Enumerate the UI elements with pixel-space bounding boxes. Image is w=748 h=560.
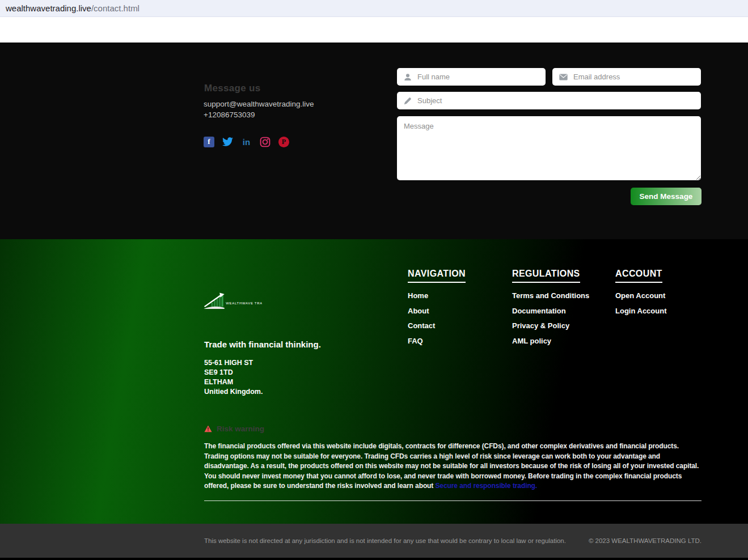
pencil-icon bbox=[404, 97, 412, 105]
risk-warning-label: Risk warning bbox=[217, 425, 264, 433]
logo-text: WEALTHWAVE TRADING bbox=[226, 302, 262, 305]
address-line: Unitied Kingdom. bbox=[204, 387, 263, 397]
support-email: support@wealthwavetrading.live bbox=[204, 100, 314, 108]
address-line: 55-61 HIGH ST bbox=[204, 358, 263, 368]
user-icon bbox=[404, 73, 412, 81]
address-bar[interactable]: wealthwavetrading.live/contact.html bbox=[0, 0, 748, 17]
message-us-heading: Message us bbox=[204, 83, 260, 94]
twitter-icon[interactable] bbox=[222, 137, 233, 147]
instagram-camera bbox=[260, 137, 271, 147]
account-heading: ACCOUNT bbox=[615, 269, 662, 283]
risk-warning-label-row: Risk warning bbox=[204, 425, 264, 433]
footer-link-open-account[interactable]: Open Account bbox=[615, 291, 667, 300]
footer-address: 55-61 HIGH ST SE9 1TD ELTHAM Unitied Kin… bbox=[204, 358, 263, 397]
page: wealthwavetrading.live/contact.html Mess… bbox=[0, 0, 748, 560]
footer-tagline: Trade with financial thinking. bbox=[204, 340, 321, 349]
envelope-icon bbox=[559, 74, 568, 80]
twitter-bird bbox=[222, 137, 233, 146]
footer-link-privacy[interactable]: Privacy & Policy bbox=[512, 321, 589, 330]
footer-link-about[interactable]: About bbox=[408, 307, 466, 315]
social-links: f in P bbox=[204, 135, 289, 148]
footer-link-home[interactable]: Home bbox=[408, 291, 466, 300]
email-field-wrap bbox=[552, 68, 701, 86]
url-domain: wealthwavetrading.live bbox=[6, 3, 91, 13]
message-textarea[interactable] bbox=[397, 116, 701, 180]
contact-section: Message us support@wealthwavetrading.liv… bbox=[0, 43, 748, 239]
full-name-field-wrap bbox=[397, 68, 546, 86]
footer-link-contact[interactable]: Contact bbox=[408, 321, 466, 330]
send-message-button[interactable]: Send Message bbox=[631, 188, 701, 205]
footer-column-regulations: REGULATIONS Terms and Conditions Documen… bbox=[512, 269, 589, 351]
footer-link-documentation[interactable]: Documentation bbox=[512, 307, 589, 315]
subject-field-wrap bbox=[397, 92, 701, 109]
pinterest-glyph: P bbox=[282, 138, 286, 146]
copyright-text: © 2023 WEALTHWAVETRADING LTD. bbox=[589, 537, 701, 544]
footer-divider bbox=[204, 500, 701, 501]
footer-link-faq[interactable]: FAQ bbox=[408, 337, 466, 345]
facebook-icon[interactable]: f bbox=[204, 137, 214, 147]
address-line: ELTHAM bbox=[204, 377, 263, 387]
bottom-bar: This website is not directed at any juri… bbox=[0, 524, 748, 558]
risk-warning-paragraph: The financial products offered via this … bbox=[204, 442, 702, 491]
navigation-heading: NAVIGATION bbox=[408, 269, 466, 283]
footer-link-aml[interactable]: AML policy bbox=[512, 337, 589, 345]
email-input[interactable] bbox=[573, 68, 701, 86]
bottom-black-strip bbox=[0, 558, 748, 560]
facebook-glyph: f bbox=[208, 137, 210, 146]
jurisdiction-disclaimer: This website is not directed at any juri… bbox=[204, 537, 566, 544]
address-line: SE9 1TD bbox=[204, 368, 263, 377]
instagram-icon[interactable] bbox=[260, 137, 271, 147]
footer-link-terms[interactable]: Terms and Conditions bbox=[512, 291, 589, 300]
support-phone: +12086753039 bbox=[204, 111, 255, 119]
footer: WEALTHWAVE TRADING NAVIGATION Home About… bbox=[0, 239, 748, 524]
subject-input[interactable] bbox=[417, 92, 701, 109]
linkedin-icon[interactable]: in bbox=[241, 137, 252, 147]
full-name-input[interactable] bbox=[417, 68, 546, 86]
linkedin-glyph: in bbox=[243, 137, 250, 147]
footer-column-navigation: NAVIGATION Home About Contact FAQ bbox=[408, 269, 466, 351]
pinterest-icon[interactable]: P bbox=[278, 137, 289, 147]
url-path: /contact.html bbox=[91, 3, 140, 13]
regulations-heading: REGULATIONS bbox=[512, 269, 580, 283]
footer-link-login-account[interactable]: Login Account bbox=[615, 307, 667, 315]
warning-icon bbox=[204, 425, 212, 432]
responsible-trading-link[interactable]: Secure and responsible trading. bbox=[435, 482, 537, 490]
footer-column-account: ACCOUNT Open Account Login Account bbox=[615, 269, 667, 321]
wealthwave-logo[interactable]: WEALTHWAVE TRADING bbox=[203, 290, 262, 313]
